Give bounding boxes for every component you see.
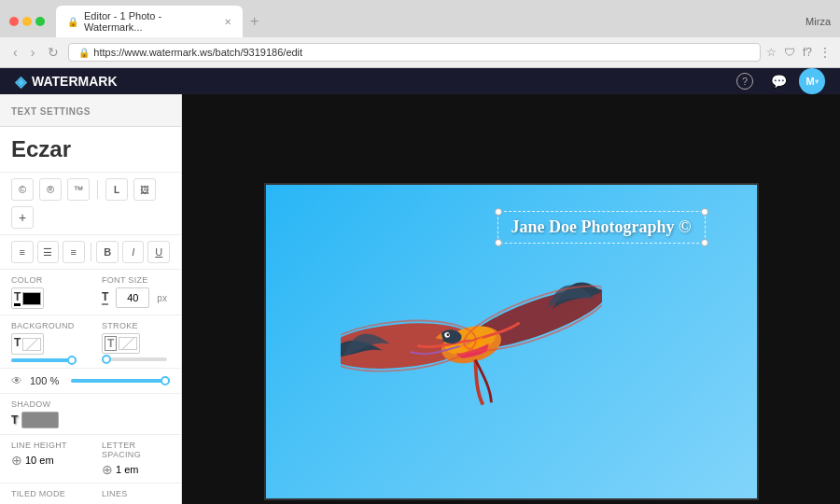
font-size-unit: px bbox=[157, 293, 167, 303]
letter-spacing-value: 1 em bbox=[116, 464, 138, 475]
handle-br[interactable] bbox=[701, 239, 708, 246]
canvas-wrapper: Jane Doe Photography © bbox=[182, 94, 840, 504]
tiled-lines-row: TILED MODE ⊞ single LINES ✕ bbox=[0, 483, 181, 504]
symbol-icons-row: © ® ™ L 🖼 + bbox=[0, 173, 181, 235]
color-field: COLOR T bbox=[0, 270, 91, 315]
topbar-actions: ? 💬 M ▾ bbox=[732, 68, 825, 94]
handle-tr[interactable] bbox=[701, 208, 708, 216]
line-height-value: 10 em bbox=[25, 455, 54, 466]
line-height-label: LINE HEIGHT bbox=[11, 441, 79, 450]
kite-image bbox=[341, 231, 602, 455]
image-button[interactable]: 🖼 bbox=[133, 178, 156, 201]
font-preview: Eczar bbox=[0, 127, 181, 173]
browser-chrome: 🔒 Editor - 1 Photo - Watermark... ✕ + Mi… bbox=[0, 0, 840, 68]
logo: ◈ WATERMARK bbox=[15, 73, 118, 91]
tab-title: Editor - 1 Photo - Watermark... bbox=[84, 10, 218, 33]
logo-icon: ◈ bbox=[15, 73, 26, 91]
bg-stroke-row: BACKGROUND T STROKE T bbox=[0, 315, 181, 369]
refresh-button[interactable]: ↻ bbox=[44, 43, 63, 62]
chat-icon: 💬 bbox=[771, 74, 787, 89]
user-avatar[interactable]: M ▾ bbox=[799, 68, 825, 94]
underline-button[interactable]: U bbox=[147, 241, 170, 263]
help-button[interactable]: ? bbox=[732, 68, 758, 94]
background-label: BACKGROUND bbox=[11, 321, 79, 330]
extension-icon[interactable]: f? bbox=[803, 46, 812, 59]
panel-header-label: TEXT SETTINGS bbox=[11, 106, 91, 117]
back-button[interactable]: ‹ bbox=[9, 43, 21, 62]
lineheight-letterspacing-row: LINE HEIGHT ⊕ 10 em LETTER SPACING ⊕ 1 e… bbox=[0, 435, 181, 483]
lines-label: LINES bbox=[102, 489, 170, 498]
shadow-row: SHADOW T bbox=[0, 394, 181, 435]
eye-icon: 👁 bbox=[11, 374, 22, 387]
stroke-label: STROKE bbox=[102, 321, 170, 330]
close-traffic-light[interactable] bbox=[9, 17, 19, 26]
new-tab-button[interactable]: + bbox=[250, 13, 259, 30]
align-center-button[interactable]: ☰ bbox=[37, 241, 60, 263]
tiled-mode-field: TILED MODE ⊞ single bbox=[0, 483, 91, 504]
logo-text: WATERMARK bbox=[32, 74, 118, 89]
line-height-field: LINE HEIGHT ⊕ 10 em bbox=[0, 435, 91, 483]
font-size-field: FONT SIZE T px bbox=[91, 270, 181, 315]
app: ◈ WATERMARK ? 💬 M ▾ TEXT SETTINGS Eczar bbox=[0, 68, 840, 479]
url-text: https://www.watermark.ws/batch/9319186/e… bbox=[93, 47, 302, 58]
font-size-input[interactable] bbox=[116, 287, 149, 308]
lock-icon: 🔒 bbox=[78, 48, 90, 58]
browser-username: Mirza bbox=[805, 16, 831, 27]
color-label: COLOR bbox=[11, 275, 79, 285]
chat-button[interactable]: 💬 bbox=[765, 68, 791, 94]
left-panel: TEXT SETTINGS Eczar © ® ™ L 🖼 + ≡ ☰ ≡ bbox=[0, 94, 182, 504]
font-button[interactable]: L bbox=[105, 178, 128, 201]
stroke-field: STROKE T bbox=[91, 315, 181, 369]
opacity-value: 100 % bbox=[30, 375, 63, 386]
browser-actions: ☆ 🛡 f? ⋮ bbox=[766, 46, 831, 59]
font-size-label: FONT SIZE bbox=[102, 275, 170, 285]
active-tab[interactable]: 🔒 Editor - 1 Photo - Watermark... ✕ bbox=[56, 6, 243, 37]
main-content: TEXT SETTINGS Eczar © ® ™ L 🖼 + ≡ ☰ ≡ bbox=[0, 94, 840, 504]
italic-button[interactable]: I bbox=[122, 241, 145, 263]
registered-symbol-button[interactable]: ® bbox=[39, 178, 62, 201]
browser-controls: ‹ › ↻ 🔒 https://www.watermark.ws/batch/9… bbox=[0, 37, 840, 67]
separator-1 bbox=[97, 180, 98, 199]
topbar: ◈ WATERMARK ? 💬 M ▾ bbox=[0, 68, 840, 94]
color-fontsize-row: COLOR T FONT SIZE T px bbox=[0, 270, 181, 315]
bookmark-icon[interactable]: ☆ bbox=[766, 46, 777, 59]
shield-icon[interactable]: 🛡 bbox=[784, 46, 795, 59]
tiled-mode-label: TILED MODE bbox=[11, 489, 79, 498]
trademark-symbol-button[interactable]: ™ bbox=[67, 178, 90, 201]
browser-tabs: 🔒 Editor - 1 Photo - Watermark... ✕ + Mi… bbox=[0, 0, 840, 37]
url-bar[interactable]: 🔒 https://www.watermark.ws/batch/9319186… bbox=[68, 43, 761, 62]
help-icon: ? bbox=[736, 73, 753, 90]
lines-field: LINES ✕ bbox=[91, 483, 181, 504]
align-row: ≡ ☰ ≡ B I U bbox=[0, 235, 181, 270]
kite-svg bbox=[341, 231, 602, 458]
separator-2 bbox=[91, 243, 91, 261]
traffic-lights bbox=[9, 17, 45, 26]
letter-spacing-field: LETTER SPACING ⊕ 1 em bbox=[91, 435, 181, 483]
add-button[interactable]: + bbox=[11, 206, 34, 229]
handle-tl[interactable] bbox=[495, 208, 502, 216]
align-right-button[interactable]: ≡ bbox=[63, 241, 85, 263]
image-canvas[interactable]: Jane Doe Photography © bbox=[264, 183, 759, 500]
minimize-traffic-light[interactable] bbox=[22, 17, 32, 26]
user-initial: M bbox=[805, 76, 814, 87]
canvas-area: Jane Doe Photography © bbox=[182, 94, 840, 504]
menu-icon[interactable]: ⋮ bbox=[819, 46, 831, 59]
shadow-label: SHADOW bbox=[11, 399, 170, 409]
background-field: BACKGROUND T bbox=[0, 315, 91, 369]
forward-button[interactable]: › bbox=[27, 43, 39, 62]
bold-button[interactable]: B bbox=[96, 241, 119, 263]
opacity-row: 👁 100 % bbox=[0, 369, 181, 394]
font-name-display: Eczar bbox=[11, 136, 71, 161]
maximize-traffic-light[interactable] bbox=[35, 17, 45, 26]
shadow-field: SHADOW T bbox=[0, 394, 181, 435]
tab-close-icon[interactable]: ✕ bbox=[224, 17, 231, 27]
panel-header: TEXT SETTINGS bbox=[0, 94, 181, 127]
copyright-symbol-button[interactable]: © bbox=[11, 178, 34, 201]
align-left-button[interactable]: ≡ bbox=[11, 241, 34, 263]
letter-spacing-label: LETTER SPACING bbox=[102, 441, 170, 459]
